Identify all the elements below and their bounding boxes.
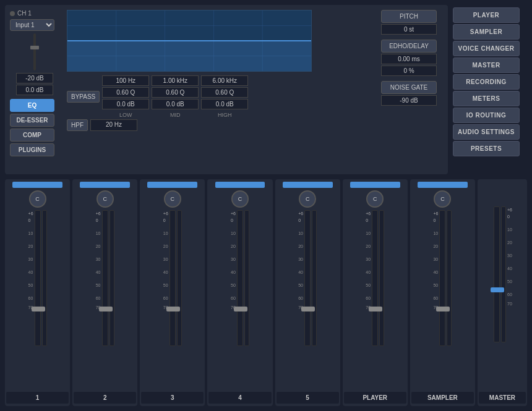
- sidebar-io-routing[interactable]: IO ROUTING: [453, 108, 520, 123]
- nav-buttons: EQ DE-ESSER COMP PLUGINS: [10, 99, 59, 156]
- master-fader-thumb[interactable]: [491, 287, 504, 292]
- channel-label: CH 1: [17, 10, 32, 17]
- pitch-button[interactable]: PITCH: [381, 10, 437, 23]
- sidebar-sampler[interactable]: SAMPLER: [453, 24, 520, 40]
- mixer-channel-5: C +6 0 10 20 30 40 50 60 70: [275, 179, 340, 406]
- channel-4-scale: +6 0 10 20 30 40 50 60 70: [231, 210, 236, 310]
- channel-1-vu: [42, 210, 47, 346]
- bypass-button[interactable]: BYPASS: [67, 91, 100, 103]
- mid-label: MID: [152, 111, 199, 118]
- player-channel-pan[interactable]: C: [366, 190, 384, 208]
- sidebar-master[interactable]: MASTER: [453, 57, 520, 73]
- eq-display[interactable]: [67, 10, 312, 72]
- channel-2-label: 2: [74, 392, 136, 404]
- high-q-value[interactable]: 0.60 Q: [201, 87, 248, 98]
- channel-3-pan[interactable]: C: [164, 190, 181, 208]
- player-vu: [379, 210, 384, 346]
- low-label: LOW: [102, 111, 149, 118]
- channel-1-fader-track[interactable]: [35, 210, 41, 346]
- channel-5-label: 5: [277, 392, 339, 404]
- hpf-freq-value[interactable]: 20 Hz: [90, 119, 137, 131]
- master-channel-label: MASTER: [479, 392, 526, 404]
- sidebar-meters[interactable]: METERS: [453, 91, 520, 106]
- high-gain-value[interactable]: 0.0 dB: [201, 99, 248, 109]
- mixer-channel-player: C +6 0 10 20 30 40 50 60 70: [343, 179, 408, 406]
- channel-3-bar: [147, 182, 197, 188]
- mid-freq-value[interactable]: 1.00 kHz: [152, 75, 199, 86]
- sampler-channel-bar: [418, 182, 468, 188]
- channel-5-pan[interactable]: C: [299, 190, 316, 208]
- channel-4-pan[interactable]: C: [231, 190, 249, 208]
- noise-gate-button[interactable]: NOISE GATE: [381, 81, 437, 94]
- channel-5-fader-thumb[interactable]: [301, 307, 315, 311]
- player-channel-scale: +6 0 10 20 30 40 50 60 70: [366, 210, 371, 310]
- sampler-vu: [447, 210, 452, 346]
- mixer-channel-2: C +6 0 10 20 30 40 50 60 70: [72, 179, 137, 406]
- mixer-channel-1: C +6 0 10 20 30 40 50 60 70: [5, 179, 70, 406]
- channel-4-fader-thumb[interactable]: [234, 307, 247, 311]
- mixer-channel-sampler: C +6 0 10 20 30 40 50 60 70: [410, 179, 475, 406]
- low-gain-value[interactable]: 0.0 dB: [102, 99, 149, 109]
- sidebar-voice-changer[interactable]: VOICE CHANGER: [453, 41, 520, 56]
- channel-3-fader-thumb[interactable]: [166, 307, 180, 311]
- mixer-channel-3: C +6 0 10 20 30 40 50 60 70: [140, 179, 205, 406]
- mixer-channel-4: C +6 0 10 20 30 40 50 60 70: [207, 179, 272, 406]
- right-sidebar: PLAYER SAMPLER VOICE CHANGER MASTER RECO…: [453, 5, 527, 174]
- channel-1-fader-thumb[interactable]: [32, 307, 45, 311]
- high-label: HIGH: [201, 111, 248, 118]
- pitch-value: 0 st: [381, 24, 437, 35]
- channel-5-bar: [283, 182, 333, 188]
- channel-1-scale: +6 0 10 20 30 40 50 60 70: [28, 210, 33, 310]
- channel-5-fader-track[interactable]: [304, 210, 311, 346]
- channel-4-label: 4: [208, 392, 271, 404]
- channel-2-pan[interactable]: C: [97, 190, 114, 208]
- eq-button[interactable]: EQ: [10, 99, 54, 112]
- channel-3-scale: +6 0 10 20 30 40 50 60 70: [163, 210, 168, 310]
- mid-q-value[interactable]: 0.60 Q: [152, 87, 199, 98]
- sampler-channel-pan[interactable]: C: [434, 190, 451, 208]
- channel-2-vu: [109, 210, 114, 346]
- plugins-button[interactable]: PLUGINS: [10, 143, 54, 156]
- de-esser-button[interactable]: DE-ESSER: [10, 114, 54, 127]
- sidebar-recording[interactable]: RECORDING: [453, 74, 520, 90]
- sampler-fader-track[interactable]: [439, 210, 445, 346]
- sidebar-audio-settings[interactable]: AUDIO SETTINGS: [453, 124, 520, 140]
- led-indicator: [10, 11, 15, 16]
- player-channel-label: PLAYER: [344, 392, 406, 404]
- hpf-button[interactable]: HPF: [67, 119, 88, 131]
- channel-fader-track: [33, 33, 36, 70]
- channel-2-fader-thumb[interactable]: [99, 307, 113, 311]
- sidebar-presets[interactable]: PRESETS: [453, 141, 520, 156]
- input-select[interactable]: Input 1 Input 2: [10, 19, 54, 31]
- channel-4-bar: [215, 182, 265, 188]
- channel-2-scale: +6 0 10 20 30 40 50 60 70: [96, 210, 101, 310]
- master-fader-track[interactable]: [494, 206, 500, 342]
- channel-1-label: 1: [6, 392, 69, 404]
- fader-db-display: -20 dB: [16, 73, 53, 83]
- comp-button[interactable]: COMP: [10, 129, 54, 142]
- channel-4-vu: [244, 210, 249, 346]
- echo-delay-button[interactable]: EDHO/DELAY: [381, 40, 437, 53]
- player-channel-bar: [350, 182, 400, 188]
- mid-gain-value[interactable]: 0.0 dB: [152, 99, 199, 109]
- echo-pct-value: 0 %: [381, 66, 437, 76]
- master-vu-left: [501, 206, 506, 342]
- channel-5-scale: +6 0 10 20 30 40 50 60 70: [298, 210, 303, 310]
- low-q-value[interactable]: 0.60 Q: [102, 87, 149, 98]
- channel-2-fader-track[interactable]: [102, 210, 108, 346]
- channel-3-label: 3: [141, 392, 204, 404]
- channel-3-fader-track[interactable]: [169, 210, 176, 346]
- player-fader-track[interactable]: [372, 210, 378, 346]
- channel-1-pan[interactable]: C: [29, 190, 46, 208]
- high-freq-value[interactable]: 6.00 kHz: [201, 75, 248, 86]
- sampler-channel-scale: +6 0 10 20 30 40 50 60 70: [433, 210, 438, 310]
- sidebar-player[interactable]: PLAYER: [453, 7, 520, 23]
- player-fader-thumb[interactable]: [369, 307, 382, 311]
- channel-5-vu: [312, 210, 317, 346]
- sampler-fader-thumb[interactable]: [436, 307, 450, 311]
- low-freq-value[interactable]: 100 Hz: [102, 75, 149, 86]
- channel-4-fader-track[interactable]: [237, 210, 243, 346]
- mixer-master-channel: +6 0 10 20 30 40 50 60 70 MASTER: [478, 179, 527, 406]
- sampler-channel-label: SAMPLER: [411, 392, 474, 404]
- channel-fader-thumb[interactable]: [30, 46, 39, 49]
